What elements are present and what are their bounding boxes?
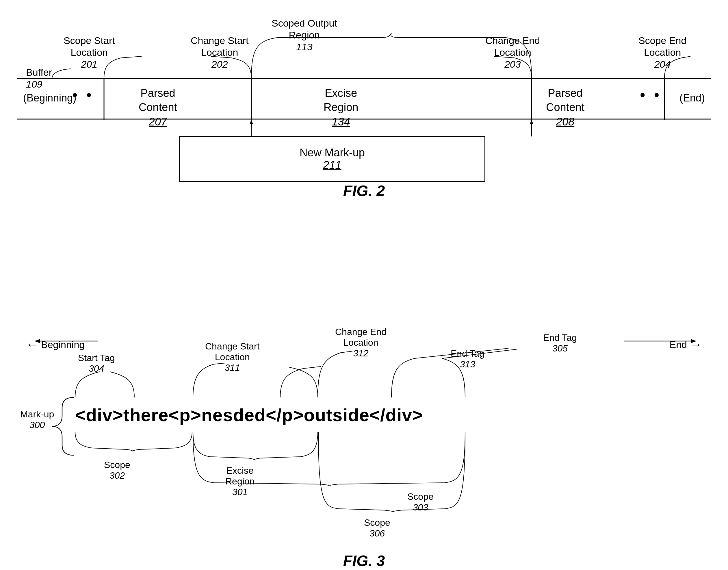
fig2-container: Buffer109 Scope StartLocation201 Change … [17, 12, 711, 200]
fig2-title: FIG. 2 [17, 182, 711, 200]
change-start-311-label: Change StartLocation311 [205, 341, 260, 373]
fig3-inner: ← Beginning End → Start Tag304 Change St… [17, 295, 711, 546]
dots-right: • • [640, 86, 662, 103]
end-label: (End) [679, 92, 705, 104]
scope-302-label: Scope302 [104, 460, 130, 481]
dots-left: • • [72, 86, 94, 103]
scope-306-label: Scope306 [364, 517, 390, 539]
scope-end-label: Scope EndLocation204 [638, 35, 686, 70]
buffer-label: Buffer109 [26, 66, 52, 90]
excise-region: ExciseRegion134 [323, 86, 358, 129]
start-tag-label: Start Tag304 [78, 353, 115, 374]
change-start-label: Change StartLocation202 [191, 35, 248, 70]
fig3-container: ← Beginning End → Start Tag304 Change St… [17, 295, 711, 569]
beginning-arrow: ← Beginning [26, 338, 85, 351]
scoped-output-label: Scoped OutputRegion113 [271, 17, 337, 53]
end-tag-313-label: End Tag313 [451, 348, 485, 370]
new-markup-box: New Mark-up211 [179, 136, 485, 182]
end-arrow: End → [670, 338, 702, 351]
markup-text: <div>there<p>nesded</p>outside</div> [75, 405, 423, 425]
fig3-title: FIG. 3 [17, 552, 711, 569]
svg-marker-9 [530, 120, 533, 124]
parsed-content-right: ParsedContent208 [546, 86, 584, 129]
parsed-content-left: ParsedContent207 [139, 86, 177, 129]
excise-301-label: ExciseRegion301 [225, 465, 254, 498]
change-end-312-label: Change EndLocation312 [335, 327, 387, 359]
timeline-area: Buffer109 Scope StartLocation201 Change … [17, 12, 711, 174]
end-tag-305-label: End Tag305 [543, 332, 577, 354]
svg-marker-7 [249, 120, 253, 124]
change-end-label: Change EndLocation203 [485, 35, 540, 70]
scope-303-label: Scope303 [407, 491, 434, 513]
beginning-label: (Beginning) [23, 92, 76, 104]
markup-300-label: Mark-up300 [20, 409, 54, 431]
scope-start-label: Scope StartLocation201 [64, 35, 115, 70]
